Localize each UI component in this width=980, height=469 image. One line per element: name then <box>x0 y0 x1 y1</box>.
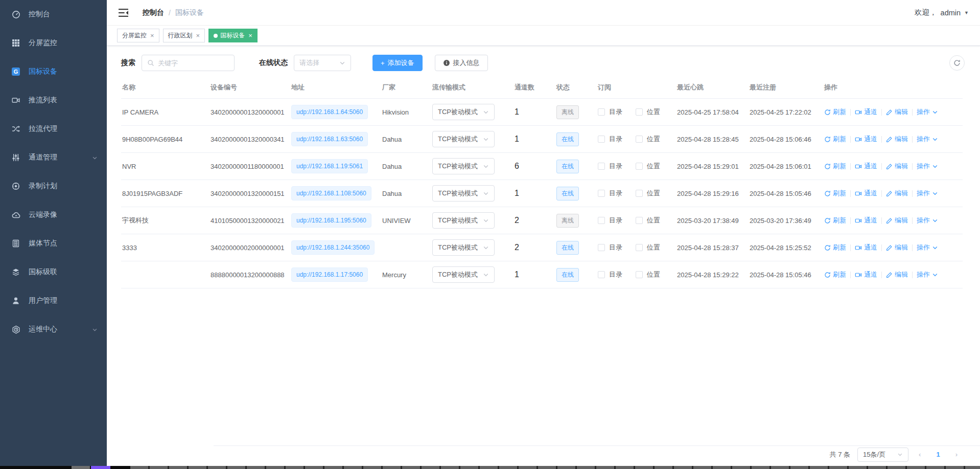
more-actions-link[interactable]: 操作 <box>917 270 938 279</box>
more-actions-link[interactable]: 操作 <box>917 189 938 198</box>
edit-action-link[interactable]: 编辑 <box>886 107 908 117</box>
transport-mode-select[interactable]: TCP被动模式 <box>432 212 495 229</box>
channel-action-link[interactable]: 通道 <box>855 162 877 171</box>
access-info-button[interactable]: 接入信息 <box>435 55 488 71</box>
checkbox-icon[interactable] <box>598 163 605 170</box>
channel-action-link[interactable]: 通道 <box>855 216 877 225</box>
subscribe-position-checkbox[interactable]: 位置 <box>636 216 660 225</box>
subscribe-catalog-checkbox[interactable]: 目录 <box>598 107 622 117</box>
edit-action-link[interactable]: 编辑 <box>886 270 908 279</box>
channel-action-link[interactable]: 通道 <box>855 270 877 279</box>
sidebar-item-media-node[interactable]: 媒体节点 <box>0 229 107 258</box>
refresh-action-link[interactable]: 刷新 <box>824 270 846 279</box>
tab-admin-region[interactable]: 行政区划 × <box>163 29 205 42</box>
checkbox-icon[interactable] <box>598 271 605 278</box>
subscribe-catalog-checkbox[interactable]: 目录 <box>598 162 622 171</box>
subscribe-position-checkbox[interactable]: 位置 <box>636 135 660 144</box>
subscribe-catalog-checkbox[interactable]: 目录 <box>598 243 622 252</box>
edit-action-link[interactable]: 编辑 <box>886 243 908 252</box>
tab-gb-devices[interactable]: 国标设备 × <box>208 29 258 42</box>
sidebar-item-pull-stream[interactable]: 拉流代理 <box>0 115 107 143</box>
close-icon[interactable]: × <box>150 32 154 39</box>
edit-action-link[interactable]: 编辑 <box>886 189 908 198</box>
next-page-button[interactable]: › <box>952 451 961 458</box>
subscribe-catalog-checkbox[interactable]: 目录 <box>598 216 622 225</box>
more-actions-link[interactable]: 操作 <box>917 216 938 225</box>
checkbox-icon[interactable] <box>598 136 605 143</box>
transport-mode-select[interactable]: TCP被动模式 <box>432 239 495 256</box>
subscribe-catalog-checkbox[interactable]: 目录 <box>598 270 622 279</box>
subscribe-position-checkbox[interactable]: 位置 <box>636 270 660 279</box>
table-refresh-button[interactable] <box>949 55 965 71</box>
transport-mode-select[interactable]: TCP被动模式 <box>432 158 495 174</box>
address-tag[interactable]: udp://192.168.1.108:5060 <box>291 186 371 200</box>
refresh-action-link[interactable]: 刷新 <box>824 216 846 225</box>
prev-page-button[interactable]: ‹ <box>916 451 924 458</box>
address-tag[interactable]: udp://192.168.1.19:5061 <box>291 159 368 173</box>
more-actions-link[interactable]: 操作 <box>917 243 938 252</box>
sidebar-item-user-mgmt[interactable]: 用户管理 <box>0 286 107 315</box>
address-tag[interactable]: udp://192.168.1.17:5060 <box>291 267 368 282</box>
page-number-1[interactable]: 1 <box>931 451 945 458</box>
sidebar-item-gb-cascade[interactable]: 国标级联 <box>0 258 107 286</box>
channel-action-link[interactable]: 通道 <box>855 107 877 117</box>
close-icon[interactable]: × <box>248 32 252 39</box>
tab-split-screen[interactable]: 分屏监控 × <box>117 29 159 42</box>
channel-action-link[interactable]: 通道 <box>855 189 877 198</box>
checkbox-icon[interactable] <box>636 217 643 224</box>
checkbox-icon[interactable] <box>636 271 643 278</box>
edit-action-link[interactable]: 编辑 <box>886 216 908 225</box>
sidebar-item-ops-center[interactable]: 运维中心 <box>0 315 107 344</box>
close-icon[interactable]: × <box>196 32 200 39</box>
sidebar-item-push-stream[interactable]: 推流列表 <box>0 86 107 115</box>
subscribe-catalog-checkbox[interactable]: 目录 <box>598 135 622 144</box>
hamburger-icon[interactable] <box>118 7 129 18</box>
checkbox-icon[interactable] <box>598 217 605 224</box>
page-size-select[interactable]: 15条/页 <box>857 448 908 462</box>
breadcrumb-console[interactable]: 控制台 <box>143 8 164 17</box>
checkbox-icon[interactable] <box>636 190 643 197</box>
refresh-action-link[interactable]: 刷新 <box>824 243 846 252</box>
channel-action-link[interactable]: 通道 <box>855 135 877 144</box>
search-input[interactable] <box>158 59 229 67</box>
edit-action-link[interactable]: 编辑 <box>886 162 908 171</box>
more-actions-link[interactable]: 操作 <box>917 135 938 144</box>
transport-mode-select[interactable]: TCP被动模式 <box>432 185 495 202</box>
checkbox-icon[interactable] <box>636 108 643 116</box>
address-tag[interactable]: udp://192.168.1.64:5060 <box>291 105 368 119</box>
sidebar-item-gb-devices[interactable]: G 国标设备 <box>0 57 107 86</box>
sidebar-item-record-plan[interactable]: 录制计划 <box>0 172 107 200</box>
subscribe-position-checkbox[interactable]: 位置 <box>636 162 660 171</box>
refresh-action-link[interactable]: 刷新 <box>824 135 846 144</box>
checkbox-icon[interactable] <box>636 244 643 251</box>
subscribe-catalog-checkbox[interactable]: 目录 <box>598 189 622 198</box>
checkbox-icon[interactable] <box>636 136 643 143</box>
address-tag[interactable]: udp://192.168.1.63:5060 <box>291 132 368 146</box>
user-menu[interactable]: 欢迎，admin ▼ <box>915 8 969 17</box>
refresh-action-link[interactable]: 刷新 <box>824 162 846 171</box>
transport-mode-select[interactable]: TCP被动模式 <box>432 266 495 283</box>
sidebar-item-channel-mgmt[interactable]: 通道管理 <box>0 143 107 172</box>
more-actions-link[interactable]: 操作 <box>917 162 938 171</box>
subscribe-position-checkbox[interactable]: 位置 <box>636 107 660 117</box>
edit-action-link[interactable]: 编辑 <box>886 135 908 144</box>
transport-mode-select[interactable]: TCP被动模式 <box>432 104 495 120</box>
address-tag[interactable]: udp://192.168.1.195:5060 <box>291 213 371 228</box>
checkbox-icon[interactable] <box>636 163 643 170</box>
sidebar-item-console[interactable]: 控制台 <box>0 0 107 29</box>
sidebar-item-cloud-record[interactable]: 云端录像 <box>0 200 107 229</box>
transport-mode-select[interactable]: TCP被动模式 <box>432 131 495 147</box>
online-status-select[interactable]: 请选择 <box>294 55 351 71</box>
subscribe-position-checkbox[interactable]: 位置 <box>636 189 660 198</box>
checkbox-icon[interactable] <box>598 244 605 251</box>
refresh-action-link[interactable]: 刷新 <box>824 107 846 117</box>
sidebar-item-split-screen[interactable]: 分屏监控 <box>0 29 107 57</box>
more-actions-link[interactable]: 操作 <box>917 107 938 117</box>
subscribe-position-checkbox[interactable]: 位置 <box>636 243 660 252</box>
checkbox-icon[interactable] <box>598 108 605 116</box>
channel-action-link[interactable]: 通道 <box>855 243 877 252</box>
address-tag[interactable]: udp://192.168.1.244:35060 <box>291 240 375 255</box>
add-device-button[interactable]: + 添加设备 <box>372 55 423 71</box>
checkbox-icon[interactable] <box>598 190 605 197</box>
refresh-action-link[interactable]: 刷新 <box>824 189 846 198</box>
